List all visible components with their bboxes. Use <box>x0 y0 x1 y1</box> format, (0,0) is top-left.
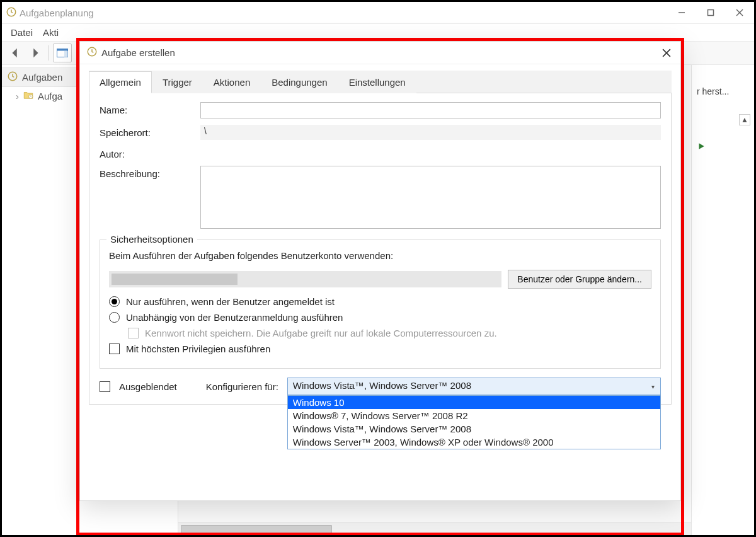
check-highest-priv[interactable] <box>109 344 120 354</box>
configure-for-dropdown: Windows 10 Windows® 7, Windows Server™ 2… <box>287 395 661 449</box>
tab-conditions[interactable]: Bedingungen <box>261 71 338 93</box>
redacted-user <box>112 274 238 285</box>
tab-trigger[interactable]: Trigger <box>152 71 203 93</box>
combo-option[interactable]: Windows Server™ 2003, Windows® XP oder W… <box>288 436 660 449</box>
check-no-password-label: Kennwort nicht speichern. Die Aufgabe gr… <box>145 328 497 338</box>
radio-run-logged-on-label: Nur ausführen, wenn der Benutzer angemel… <box>126 296 335 307</box>
location-value: \ <box>200 125 661 140</box>
tree-root-label[interactable]: Aufgaben <box>22 72 62 83</box>
maximize-button[interactable] <box>696 2 725 23</box>
tree-item-label: Aufga <box>38 91 62 101</box>
runas-text: Beim Ausführen der Aufgaben folgendes Be… <box>109 250 651 261</box>
svg-rect-6 <box>57 49 68 51</box>
action-item[interactable]: r herst... <box>696 81 750 101</box>
configure-for-label: Konfigurieren für: <box>206 381 278 392</box>
radio-run-any[interactable] <box>109 312 120 323</box>
change-user-button[interactable]: Benutzer oder Gruppe ändern... <box>508 270 651 289</box>
runas-user-field <box>109 271 501 287</box>
name-input[interactable] <box>200 102 661 118</box>
combo-option[interactable]: Windows 10 <box>288 396 660 409</box>
minimize-button[interactable] <box>667 2 696 23</box>
main-window-title: Aufgabenplanung <box>17 8 667 18</box>
horizontal-scrollbar[interactable] <box>178 523 691 535</box>
check-hidden[interactable] <box>100 381 110 392</box>
svg-rect-2 <box>708 10 714 16</box>
radio-run-any-label: Unabhängig von der Benutzeranmeldung aus… <box>126 312 343 323</box>
scrollbar-thumb[interactable] <box>181 525 332 534</box>
tab-general[interactable]: Allgemein <box>89 71 152 93</box>
clock-icon <box>86 46 98 59</box>
configure-for-combo[interactable]: Windows Vista™, Windows Server™ 2008 ▾ W… <box>287 378 661 395</box>
dialog-title: Aufgabe erstellen <box>98 47 653 58</box>
description-label: Beschreibung: <box>100 166 200 179</box>
clock-icon <box>6 6 17 20</box>
actions-pane: ▲ r herst... <box>691 65 754 535</box>
menu-file[interactable]: Datei <box>6 26 38 39</box>
svg-rect-7 <box>64 51 68 57</box>
play-icon <box>697 142 706 153</box>
close-button[interactable] <box>725 2 754 23</box>
collapse-chevron-icon[interactable]: ▲ <box>739 114 750 125</box>
check-hidden-label: Ausgeblendet <box>119 381 177 392</box>
dialog-titlebar: Aufgabe erstellen <box>80 42 680 64</box>
folder-clock-icon <box>23 90 34 103</box>
security-legend: Sicherheitsoptionen <box>106 234 197 245</box>
main-titlebar: Aufgabenplanung <box>2 2 754 23</box>
author-label: Autor: <box>100 146 200 159</box>
configure-for-selected[interactable]: Windows Vista™, Windows Server™ 2008 <box>287 378 661 395</box>
combo-option[interactable]: Windows® 7, Windows Server™ 2008 R2 <box>288 409 660 422</box>
dialog-tabs: Allgemein Trigger Aktionen Bedingungen E… <box>89 71 672 93</box>
menu-action[interactable]: Akti <box>38 26 64 39</box>
tab-actions[interactable]: Aktionen <box>203 71 261 93</box>
chevron-down-icon[interactable]: ▾ <box>645 378 660 395</box>
show-pane-button[interactable] <box>53 43 72 62</box>
forward-button[interactable] <box>26 43 45 62</box>
action-item[interactable] <box>696 137 750 158</box>
menubar: Datei Akti <box>2 23 754 41</box>
tabpage-general: Name: Speicherort: \ Autor: Beschreibung… <box>89 93 672 405</box>
check-no-password <box>128 328 139 338</box>
description-input[interactable] <box>200 166 661 229</box>
security-options-group: Sicherheitsoptionen Beim Ausführen der A… <box>100 240 661 369</box>
toolbar-divider <box>49 45 49 61</box>
location-label: Speicherort: <box>100 125 200 138</box>
combo-option[interactable]: Windows Vista™, Windows Server™ 2008 <box>288 422 660 436</box>
create-task-dialog: Aufgabe erstellen Allgemein Trigger Akti… <box>79 41 681 501</box>
tab-settings[interactable]: Einstellungen <box>338 71 416 93</box>
clock-icon <box>7 71 18 84</box>
dialog-close-button[interactable] <box>653 42 680 64</box>
check-highest-priv-label: Mit höchsten Privilegien ausführen <box>126 344 270 354</box>
back-button[interactable] <box>6 43 25 62</box>
radio-run-logged-on[interactable] <box>109 296 120 307</box>
name-label: Name: <box>100 102 200 115</box>
